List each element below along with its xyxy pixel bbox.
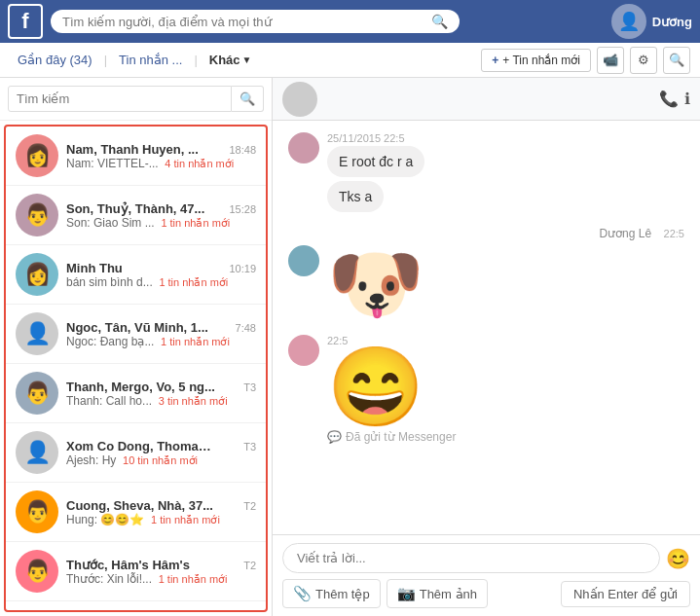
conv-header: Son, Thuỷ, Thành, 47... 15:28 [66,201,256,216]
search-bar[interactable]: 🔍 [51,10,460,33]
conv-name: Minh Thu [66,261,123,275]
conv-time: 15:28 [229,203,256,215]
main-content: 🔍 👩 Nam, Thanh Huyen, ... 18:48 Nam: VIE… [0,78,700,616]
conv-details: Minh Thu 10:19 bán sim bình d... 1 tin n… [66,261,256,289]
conv-avatar: 👨 [16,550,58,593]
new-message-button[interactable]: + + Tin nhắn mới [481,49,591,72]
conv-name: Thước, Hâm's Hâm's [66,558,190,572]
add-photo-button[interactable]: 📷 Thêm ảnh [387,579,488,608]
conversations-list: 👩 Nam, Thanh Huyen, ... 18:48 Nam: VIETT… [4,125,268,612]
conv-name: Son, Thuỷ, Thành, 47... [66,201,204,216]
conv-badge: 1 tin nhắn mới [159,573,228,585]
gear-icon-btn[interactable]: ⚙ [630,47,657,74]
conv-header: Thanh, Mergo, Vo, 5 ng... T3 [66,380,256,394]
nav-avatar[interactable]: 👤 [611,4,646,39]
camera-icon: 📷 [397,585,416,602]
conv-search-input[interactable] [8,86,232,112]
conv-header: Thước, Hâm's Hâm's T2 [66,558,256,572]
conv-time: T3 [243,381,256,393]
left-search-bar[interactable]: 🔍 [0,78,272,121]
conv-avatar: 👤 [16,431,58,474]
emoji-button[interactable]: 😊 [666,547,690,570]
tab-recent[interactable]: Gần đây (34) [10,43,100,78]
chat-input-area: 😊 📎 Thêm tệp 📷 Thêm ảnh Nhấn Enter để gử… [273,534,700,616]
sub-nav-right: + + Tin nhắn mới 📹 ⚙ 🔍 [481,47,690,74]
chat-reply-input[interactable] [282,543,660,573]
tab-messages[interactable]: Tin nhắn ... [111,43,190,78]
conv-preview: Nam: VIETTEL-... 4 tin nhắn mới [66,157,256,170]
conv-details: Nam, Thanh Huyen, ... 18:48 Nam: VIETTEL… [66,142,256,170]
msg-time: 25/11/2015 22:5 [327,132,424,144]
search-icon: 🔍 [431,14,448,29]
conv-item[interactable]: 👨 Cuong, Sheva, Nhà, 37... T2 Hung: 😊😊⭐ … [6,483,266,542]
conv-time: T3 [243,441,256,453]
msg-avatar-right [288,245,319,276]
conv-name: Thanh, Mergo, Vo, 5 ng... [66,380,215,394]
conv-item[interactable]: 👩 Minh Thu 10:19 bán sim bình d... 1 tin… [6,245,266,305]
conv-item[interactable]: 👨 Thước, Hâm's Hâm's T2 Thước: Xin lỗi!.… [6,542,266,601]
sticker-dog: 🐶 [327,245,424,323]
conv-avatar: 👩 [16,253,58,296]
conv-name: Xom Co Dong, Thomas,... [66,439,217,453]
conv-preview: Ajesh: Hy 10 tin nhắn mới [66,453,256,467]
conv-name: Cuong, Sheva, Nhà, 37... [66,498,213,513]
attach-file-button[interactable]: 📎 Thêm tệp [282,579,381,608]
conv-preview: Ngoc: Đang bạ... 1 tin nhắn mới [66,335,256,348]
conv-badge: 1 tin nhắn mới [161,217,230,229]
phone-icon[interactable]: 📞 [659,90,679,108]
conv-item[interactable]: 👨 Son, Thuỷ, Thành, 47... 15:28 Son: Gia… [6,186,266,245]
video-icon-btn[interactable]: 📹 [597,47,624,74]
conv-preview: Thanh: Call ho... 3 tin nhắn mới [66,394,256,408]
nav-right: 👤 Dương [611,4,692,39]
search-input[interactable] [62,15,431,29]
msg-row-sticker-left: 22:5 😄 💬 Đã gửi từ Messenger [288,335,684,444]
conv-item[interactable]: 👤 Ngoc, Tân, Vũ Minh, 1... 7:48 Ngoc: Đa… [6,305,266,364]
conv-item[interactable]: 👨 Thanh, Mergo, Vo, 5 ng... T3 Thanh: Ca… [6,364,266,423]
conv-header: Cuong, Sheva, Nhà, 37... T2 [66,498,256,513]
search-icon-btn[interactable]: 🔍 [663,47,690,74]
conv-time: 10:19 [229,263,256,274]
conv-name: Nam, Thanh Huyen, ... [66,142,199,157]
conv-details: Ngoc, Tân, Vũ Minh, 1... 7:48 Ngoc: Đang… [66,320,256,348]
conv-item[interactable]: 👤 Xom Co Dong, Thomas,... T3 Ajesh: Hy 1… [6,423,266,483]
conv-details: Son, Thuỷ, Thành, 47... 15:28 Son: Giao … [66,201,256,230]
conv-avatar: 👨 [16,372,58,415]
tab-other[interactable]: Khác ▼ [202,43,260,78]
conv-details: Cuong, Sheva, Nhà, 37... T2 Hung: 😊😊⭐ 1 … [66,498,256,526]
send-button[interactable]: Nhấn Enter để gửi [561,581,690,607]
msg-avatar [288,132,319,163]
conv-item[interactable]: 👩 Nam, Thanh Huyen, ... 18:48 Nam: VIETT… [6,127,266,186]
conv-details: Thước, Hâm's Hâm's T2 Thước: Xin lỗi!...… [66,558,256,586]
sender-label: Dương Lê [599,227,651,240]
from-messenger: 💬 Đã gửi từ Messenger [327,430,456,444]
conv-badge: 1 tin nhắn mới [151,514,220,525]
info-icon[interactable]: ℹ [684,90,690,108]
msg-text-2: Tks a [327,181,384,212]
conv-badge: 10 tin nhắn mới [123,454,198,466]
msg-text: E root đc r a [327,146,424,177]
sticker-baby: 😄 [327,348,456,426]
conv-header: Xom Co Dong, Thomas,... T3 [66,439,256,453]
chat-header-icons: 📞 ℹ [659,90,690,108]
conv-preview: Son: Giao Sim ... 1 tin nhắn mới [66,216,256,230]
conv-avatar: 👤 [16,312,58,355]
right-panel: 📞 ℹ 25/11/2015 22:5 E root đc r a Tks a [273,78,700,616]
conv-preview: Hung: 😊😊⭐ 1 tin nhắn mới [66,513,256,526]
conv-badge: 1 tin nhắn mới [159,276,228,288]
conv-header: Minh Thu 10:19 [66,261,256,275]
conv-avatar: 👨 [16,194,58,236]
conv-time: 7:48 [236,322,256,334]
fb-logo: f [8,4,43,39]
sticker-bubble: 🐶 [327,245,424,323]
chat-messages: 25/11/2015 22:5 E root đc r a Tks a Dươn… [273,121,700,534]
conv-avatar: 👩 [16,134,58,177]
conv-name: Ngoc, Tân, Vũ Minh, 1... [66,320,208,335]
conv-badge: 1 tin nhắn mới [161,336,230,347]
conv-details: Thanh, Mergo, Vo, 5 ng... T3 Thanh: Call… [66,380,256,408]
conv-details: Xom Co Dong, Thomas,... T3 Ajesh: Hy 10 … [66,439,256,467]
conv-preview: bán sim bình d... 1 tin nhắn mới [66,275,256,289]
conv-header: Nam, Thanh Huyen, ... 18:48 [66,142,256,157]
chat-contact-avatar [282,82,317,117]
sub-nav: Gần đây (34) | Tin nhắn ... | Khác ▼ + +… [0,43,700,78]
conv-preview: Thước: Xin lỗi!... 1 tin nhắn mới [66,572,256,586]
